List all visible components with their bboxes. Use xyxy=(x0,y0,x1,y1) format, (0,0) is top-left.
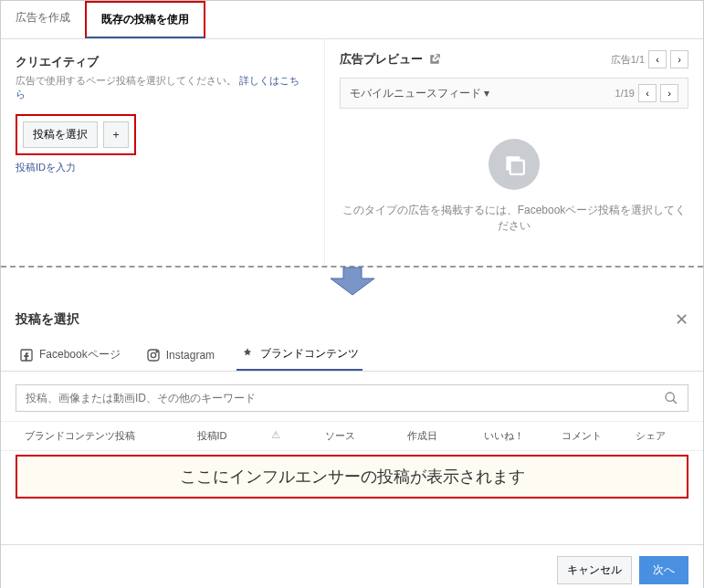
col-source: ソース xyxy=(299,429,381,443)
col-shares: シェア xyxy=(618,429,682,443)
feed-selector[interactable]: モバイルニュースフィード ▾ xyxy=(350,86,489,101)
arrow-down-icon xyxy=(325,264,380,297)
source-tabs: Facebookページ Instagram ブランドコンテンツ xyxy=(1,339,703,372)
svg-line-8 xyxy=(673,400,677,404)
search-input[interactable] xyxy=(26,392,664,404)
enter-post-id-link[interactable]: 投稿IDを入力 xyxy=(16,161,310,174)
ad-count: 広告1/1 xyxy=(611,53,645,67)
table-header: ブランドコンテンツ投稿 投稿ID ⚠ ソース 作成日 いいね！ コメント シェア xyxy=(1,421,703,451)
feed-next-button[interactable]: › xyxy=(660,84,678,102)
svg-point-7 xyxy=(666,393,674,401)
add-post-button[interactable]: ＋ xyxy=(103,121,129,148)
preview-panel: 広告プレビュー 広告1/1 ‹ › モバイルニュースフィード ▾ 1/19 ‹ … xyxy=(325,39,703,266)
search-icon[interactable] xyxy=(664,391,678,405)
cancel-button[interactable]: キャンセル xyxy=(557,556,632,584)
feed-prev-button[interactable]: ‹ xyxy=(638,84,657,102)
select-post-button[interactable]: 投稿を選択 xyxy=(23,121,98,148)
top-tabs: 広告を作成 既存の投稿を使用 xyxy=(1,1,703,39)
col-likes: いいね！ xyxy=(463,429,545,443)
col-warning: ⚠ xyxy=(253,429,299,443)
tab-brand-content[interactable]: ブランドコンテンツ xyxy=(236,339,363,371)
col-post: ブランドコンテンツ投稿 xyxy=(16,429,171,443)
result-note: ここにインフルエンサーの投稿が表示されます xyxy=(16,455,688,499)
svg-marker-2 xyxy=(331,268,374,295)
creative-panel: クリエイティブ 広告で使用するページ投稿を選択してください。 詳しくはこちら 投… xyxy=(1,39,325,266)
close-icon[interactable]: ✕ xyxy=(675,310,688,330)
select-post-title: 投稿を選択 xyxy=(16,311,79,328)
svg-point-5 xyxy=(151,352,155,357)
col-comments: コメント xyxy=(545,429,618,443)
external-link-icon[interactable] xyxy=(428,53,441,66)
placeholder-icon xyxy=(489,139,540,190)
tab-use-existing[interactable]: 既存の投稿を使用 xyxy=(85,1,205,38)
col-date: 作成日 xyxy=(381,429,463,443)
tab-instagram[interactable]: Instagram xyxy=(142,339,218,371)
svg-point-6 xyxy=(156,351,157,352)
feed-page: 1/19 xyxy=(615,88,635,99)
preview-title: 広告プレビュー xyxy=(340,51,423,68)
svg-rect-1 xyxy=(510,161,524,174)
prev-ad-button[interactable]: ‹ xyxy=(648,50,667,68)
next-button[interactable]: 次へ xyxy=(639,556,688,584)
creative-description: 広告で使用するページ投稿を選択してください。 詳しくはこちら xyxy=(16,74,310,101)
next-ad-button[interactable]: › xyxy=(670,50,688,68)
col-id: 投稿ID xyxy=(171,429,253,443)
creative-title: クリエイティブ xyxy=(16,54,310,70)
tab-facebook[interactable]: Facebookページ xyxy=(16,339,124,371)
tab-create-ad[interactable]: 広告を作成 xyxy=(1,1,85,38)
preview-message: このタイプの広告を掲載するには、Facebookページ投稿を選択してください xyxy=(340,203,688,234)
